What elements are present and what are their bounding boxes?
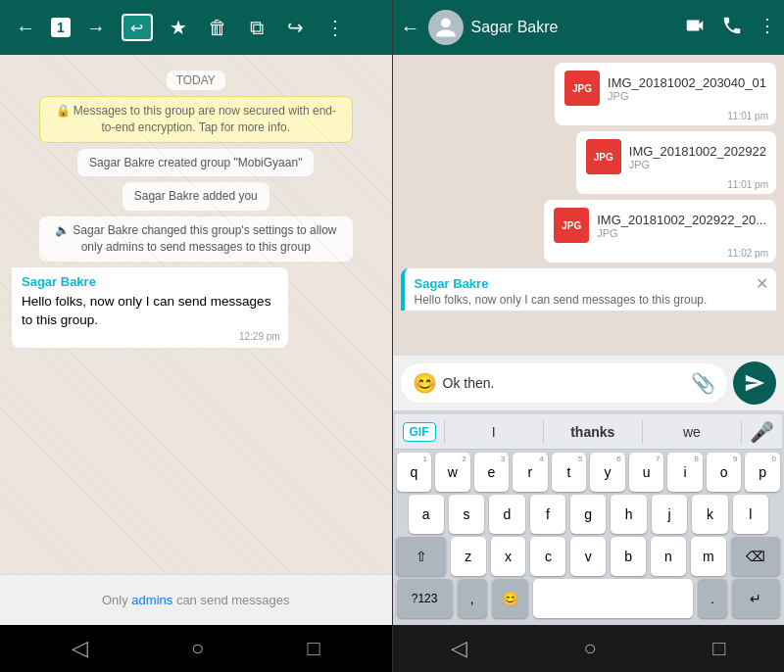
reply-quote-box: Sagar Bakre Hello folks, now only I can … [401, 268, 777, 311]
message-time: 12:29 pm [239, 330, 280, 344]
key-u[interactable]: 7u [629, 453, 664, 492]
reply-button[interactable]: ↩ [122, 14, 153, 41]
selected-count: 1 [51, 18, 71, 37]
input-area: 😊 Ok then. 📎 [393, 356, 785, 410]
asdf-row: a s d f g h j k l [397, 495, 781, 534]
key-s[interactable]: s [449, 495, 484, 534]
key-w[interactable]: 2w [435, 453, 470, 492]
key-b[interactable]: b [611, 537, 646, 576]
file-time: 11:01 pm [727, 111, 768, 121]
bottom-row: ?123 , 😊 . ↵ [397, 579, 781, 618]
number-row: 1q 2w 3e 4r 5t 6y 7u 8i 9o 0p [397, 453, 781, 492]
left-panel: ← 1 → ↩ ★ 🗑 ⧉ ↪ ⋮ TODAY 🔒 Messages to th… [0, 0, 392, 672]
send-button[interactable] [733, 361, 776, 405]
key-r[interactable]: 4r [513, 453, 548, 492]
more-options-button[interactable]: ⋮ [321, 14, 349, 41]
recents-nav-icon[interactable]: □ [308, 636, 320, 661]
key-n[interactable]: n [651, 537, 686, 576]
left-chat-area: TODAY 🔒 Messages to this group are now s… [0, 55, 392, 574]
phone-call-button[interactable] [721, 15, 743, 41]
settings-changed-notice: 🔈 Sagar Bakre changed this group's setti… [20, 216, 372, 262]
right-chat-area: JPG IMG_20181002_203040_01 JPG 11:01 pm … [393, 55, 785, 356]
right-back-nav[interactable]: ◁ [451, 636, 467, 661]
suggestion-thanks[interactable]: thanks [544, 424, 642, 440]
forward-button[interactable]: ↪ [282, 14, 310, 41]
file-type-label: JPG [597, 227, 766, 239]
key-z[interactable]: z [451, 537, 486, 576]
added-notice: Sagar Bakre added you [20, 182, 372, 211]
footer-text: Only admins can send messages [102, 593, 290, 607]
right-more-button[interactable]: ⋮ [759, 15, 776, 41]
incoming-message[interactable]: Sagar Bakre Hello folks, now only I can … [12, 267, 380, 348]
key-l[interactable]: l [733, 495, 768, 534]
key-q[interactable]: 1q [397, 453, 432, 492]
sender-name: Sagar Bakre [22, 273, 278, 291]
key-f[interactable]: f [530, 495, 565, 534]
contact-name[interactable]: Sagar Bakre [471, 19, 677, 36]
key-h[interactable]: h [611, 495, 646, 534]
message-bubble[interactable]: Sagar Bakre Hello folks, now only I can … [12, 267, 288, 348]
star-button[interactable]: ★ [165, 14, 192, 41]
file-message-2[interactable]: JPG IMG_20181002_202922 JPG 11:01 pm [576, 131, 776, 194]
suggestion-I[interactable]: I [445, 424, 543, 440]
key-o[interactable]: 9o [707, 453, 742, 492]
key-m[interactable]: m [691, 537, 726, 576]
key-y[interactable]: 6y [590, 453, 625, 492]
gif-button[interactable]: GIF [403, 422, 436, 442]
right-home-nav[interactable]: ○ [583, 636, 596, 661]
delete-key[interactable]: ⌫ [731, 537, 780, 576]
file-type-icon: JPG [586, 139, 621, 174]
file-type-icon: JPG [554, 208, 589, 243]
reply-sender-name: Sagar Bakre [415, 276, 767, 291]
right-panel: ← Sagar Bakre ⋮ JPG IMG_20181002_203040_… [393, 0, 785, 672]
key-k[interactable]: k [692, 495, 727, 534]
back-nav-icon[interactable]: ◁ [72, 636, 88, 661]
key-i[interactable]: 8i [667, 453, 703, 492]
file-time: 11:02 pm [727, 248, 768, 259]
key-t[interactable]: 5t [552, 453, 587, 492]
home-nav-icon[interactable]: ○ [191, 636, 204, 661]
key-d[interactable]: d [489, 495, 524, 534]
date-label: TODAY [12, 71, 380, 88]
key-c[interactable]: c [530, 537, 565, 576]
shift-key[interactable]: ⇧ [396, 537, 445, 576]
space-key[interactable] [533, 579, 693, 618]
avatar [428, 10, 464, 45]
mic-button[interactable]: 🎤 [750, 420, 774, 444]
key-a[interactable]: a [409, 495, 444, 534]
reply-quote-header: Sagar Bakre Hello folks, now only I can … [401, 268, 777, 311]
video-call-button[interactable] [684, 15, 706, 41]
key-j[interactable]: j [652, 495, 687, 534]
message-input[interactable]: 😊 Ok then. 📎 [401, 363, 728, 403]
suggestions-row: GIF I thanks we 🎤 [395, 414, 783, 450]
right-back-button[interactable]: ← [401, 17, 420, 39]
back-button[interactable]: ← [12, 14, 39, 41]
copy-button[interactable]: ⧉ [243, 14, 270, 41]
zxcv-row: ⇧ z x c v b n m ⌫ [397, 537, 781, 576]
num-switch-key[interactable]: ?123 [397, 579, 453, 618]
header-icons: ⋮ [684, 15, 776, 41]
comma-key[interactable]: , [458, 579, 487, 618]
attach-button[interactable]: 📎 [691, 371, 715, 395]
delete-button[interactable]: 🗑 [204, 14, 231, 41]
enter-key[interactable]: ↵ [732, 579, 780, 618]
admins-link[interactable]: admins [131, 593, 172, 607]
keyboard: GIF I thanks we 🎤 1q 2w 3e 4r 5t 6y 7u 8… [393, 410, 785, 625]
key-e[interactable]: 3e [474, 453, 510, 492]
key-p[interactable]: 0p [745, 453, 780, 492]
emoji-key[interactable]: 😊 [492, 579, 528, 618]
file-message-1[interactable]: JPG IMG_20181002_203040_01 JPG 11:01 pm [555, 63, 776, 125]
emoji-button[interactable]: 😊 [413, 371, 437, 395]
suggestion-we[interactable]: we [643, 424, 741, 440]
file-type-label: JPG [608, 90, 766, 102]
close-reply-button[interactable]: ✕ [756, 274, 768, 293]
period-key[interactable]: . [698, 579, 727, 618]
key-x[interactable]: x [491, 537, 526, 576]
key-g[interactable]: g [570, 495, 606, 534]
encryption-notice[interactable]: 🔒 Messages to this group are now secured… [20, 96, 372, 143]
group-created-notice: Sagar Bakre created group "MobiGyaan" [20, 149, 372, 177]
key-v[interactable]: v [570, 537, 606, 576]
input-text: Ok then. [443, 375, 692, 391]
right-recents-nav[interactable]: □ [712, 636, 725, 661]
file-message-3[interactable]: JPG IMG_20181002_202922_20... JPG 11:02 … [544, 200, 776, 263]
